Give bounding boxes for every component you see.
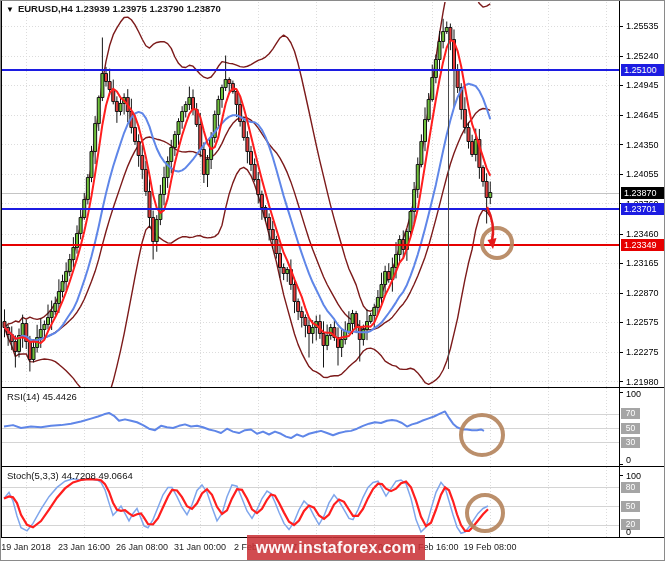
price-badge-1.25100: 1.25100 [621, 64, 665, 76]
instaforex-watermark: www.instaforex.com [247, 535, 425, 561]
ohlc-open: 1.23939 [75, 3, 109, 14]
price-axis-label: 1.24945 [626, 80, 659, 90]
stoch-level-badge-80: 80 [621, 482, 640, 493]
time-axis-label: 23 Jan 16:00 [58, 542, 110, 552]
symbol-period-label: EURUSD,H4 [18, 3, 73, 14]
ohlc-high: 1.23975 [112, 3, 146, 14]
rsi-axis-100: 100 [626, 389, 641, 399]
rsi-level-badge-30: 30 [621, 437, 640, 448]
stoch-indicator-label: Stoch(5,3,3) 44.7208 49.0664 [7, 470, 133, 481]
rsi-axis-0: 0 [626, 455, 631, 465]
price-axis-label: 1.22575 [626, 317, 659, 327]
price-axis-label: 1.24645 [626, 110, 659, 120]
price-axis-label: 1.23165 [626, 258, 659, 268]
rsi-level-badge-70: 70 [621, 408, 640, 419]
price-badge-1.23701: 1.23701 [621, 203, 665, 215]
price-axis-label: 1.22870 [626, 288, 659, 298]
price-axis-label: 1.25535 [626, 21, 659, 31]
stoch-level-badge-50: 50 [621, 501, 640, 512]
collapse-triangle-icon[interactable]: ▼ [6, 5, 14, 14]
price-axis-label: 1.21980 [626, 377, 659, 387]
price-axis-label: 1.24350 [626, 140, 659, 150]
time-axis-label: 26 Jan 08:00 [116, 542, 168, 552]
time-axis-label: 19 Feb 08:00 [463, 542, 516, 552]
price-axis-label: 1.24055 [626, 169, 659, 179]
mt4-chart-window: ▼EURUSD,H4 1.23939 1.23975 1.23790 1.238… [0, 0, 665, 561]
rsi-indicator-label: RSI(14) 45.4426 [7, 391, 77, 402]
ohlc-low: 1.23790 [149, 3, 183, 14]
time-axis-label: 19 Jan 2018 [1, 542, 51, 552]
time-axis-label: 31 Jan 00:00 [174, 542, 226, 552]
price-axis-label: 1.23460 [626, 229, 659, 239]
stoch-axis-100: 100 [626, 471, 641, 481]
watermark-text: www.instaforex.com [256, 539, 416, 556]
price-badge-1.23349: 1.23349 [621, 239, 665, 251]
rsi-level-badge-50: 50 [621, 423, 640, 434]
stoch-axis-0: 0 [626, 527, 631, 537]
price-axis-label: 1.22275 [626, 347, 659, 357]
chart-title: ▼EURUSD,H4 1.23939 1.23975 1.23790 1.238… [6, 3, 221, 14]
price-badge-1.23870: 1.23870 [621, 187, 665, 199]
ohlc-close: 1.23870 [186, 3, 220, 14]
price-axis-label: 1.25240 [626, 51, 659, 61]
